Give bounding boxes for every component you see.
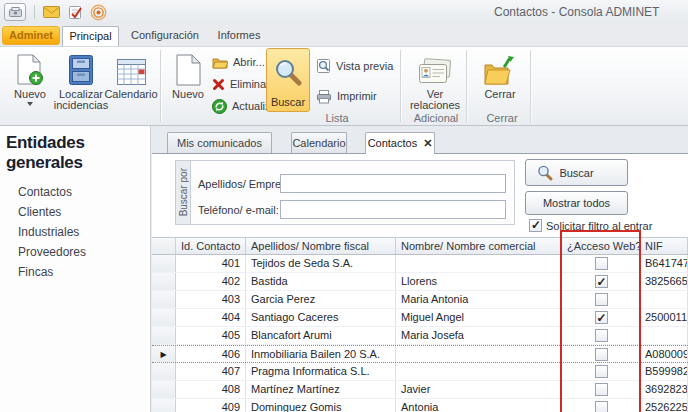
acceso-web-checkbox[interactable]	[595, 348, 608, 361]
mail-icon[interactable]	[43, 6, 60, 18]
header-nombre[interactable]: Nombre/ Nombre comercial	[396, 238, 562, 254]
ver-relaciones-button[interactable]: Ver relaciones	[404, 50, 466, 111]
nuevo-split-button[interactable]: Nuevo	[6, 50, 54, 106]
table-row[interactable]: 407Pragma Informatica S.L.B59998201	[152, 363, 688, 381]
apellidos-empresa-input[interactable]	[280, 174, 506, 193]
cell-apellidos: Martínez Martínez	[246, 381, 396, 398]
lista-nuevo-label: Nuevo	[172, 89, 204, 100]
imprimir-label: Imprimir	[337, 90, 377, 102]
telefono-email-input[interactable]	[280, 200, 506, 219]
sidebar-item-fincas[interactable]: Fincas	[0, 262, 150, 282]
new-document-icon	[15, 50, 45, 86]
localizar-incidencias-button[interactable]: Localizar incidencias	[55, 50, 107, 111]
table-row[interactable]: 401Tejidos de Seda S.A.B64174758	[152, 255, 688, 273]
group-label-adicional: Adicional	[400, 112, 472, 124]
close-tab-icon[interactable]: ✕	[423, 137, 432, 149]
calendario-button[interactable]: Calendario	[104, 50, 158, 100]
file-cabinet-icon	[67, 50, 95, 86]
tab-informes[interactable]: Informes	[212, 26, 266, 46]
vista-previa-button[interactable]: Vista previa	[316, 57, 393, 75]
telefono-email-label: Teléfono/ e-mail:	[198, 204, 279, 216]
table-row[interactable]: 405Blancafort ArumiMaria Josefa	[152, 327, 688, 345]
tab-principal[interactable]: Principal	[62, 26, 119, 46]
acceso-web-checkbox[interactable]	[595, 365, 608, 378]
acceso-web-checkbox[interactable]	[595, 329, 608, 342]
tab-calendario[interactable]: Calendario	[291, 132, 347, 153]
header-nif[interactable]: NIF	[641, 238, 688, 254]
table-row[interactable]: ▶406Inmobiliaria Bailen 20 S.A.A08000999	[152, 345, 688, 363]
calendario-label: Calendario	[104, 89, 157, 100]
imprimir-button[interactable]: Imprimir	[316, 87, 377, 105]
row-selector: ▶	[152, 346, 176, 362]
sidebar-item-contactos[interactable]: Contactos	[0, 182, 150, 202]
abrir-button[interactable]: Abrir...	[212, 53, 265, 71]
localizar-label: Localizar incidencias	[54, 89, 108, 111]
row-selector	[152, 363, 176, 380]
toolbar-separator	[34, 5, 35, 19]
sidebar-item-clientes[interactable]: Clientes	[0, 202, 150, 222]
table-row[interactable]: 409Dominguez GomisAntonia25262253L	[152, 399, 688, 412]
cell-acceso-web	[562, 381, 641, 398]
tab-mis-comunicados[interactable]: Mis comunicados activos	[167, 132, 272, 153]
sidebar-item-proveedores[interactable]: Proveedores	[0, 242, 150, 262]
header-acceso-web[interactable]: ¿Acceso Web?	[562, 238, 641, 254]
ver-relaciones-label: Ver relaciones	[404, 89, 466, 111]
solicitar-filtro-label: Solicitar filtro al entrar	[546, 220, 652, 232]
cell-nombre	[396, 363, 562, 380]
eliminar-button[interactable]: Eliminar	[212, 75, 270, 93]
eliminar-label: Eliminar	[230, 78, 270, 90]
acceso-web-checkbox[interactable]	[595, 311, 608, 324]
acceso-web-checkbox[interactable]	[595, 383, 608, 396]
header-id-contacto[interactable]: Id. Contacto	[176, 238, 246, 254]
acceso-web-checkbox[interactable]	[595, 401, 608, 412]
tab-configuracion[interactable]: Configuración	[128, 26, 202, 46]
tasks-icon[interactable]	[68, 5, 82, 20]
cell-id-contacto: 402	[176, 273, 246, 290]
sidebar: Entidades generales Contactos Clientes I…	[0, 126, 151, 412]
mostrar-todos-button[interactable]: Mostrar todos	[525, 191, 628, 215]
app-menu-button[interactable]: Adminet	[2, 26, 60, 45]
table-row[interactable]: 404Santiago CaceresMiguel Angel25000111P	[152, 309, 688, 327]
sidebar-item-industriales[interactable]: Industriales	[0, 222, 150, 242]
table-row[interactable]: 402BastidaLlorens38256652Q	[152, 273, 688, 291]
cell-nombre: Maria Josefa	[396, 327, 562, 344]
acceso-web-checkbox[interactable]	[595, 275, 608, 288]
chevron-down-icon	[27, 102, 33, 106]
acceso-web-checkbox[interactable]	[595, 293, 608, 306]
row-selector	[152, 381, 176, 398]
table-row[interactable]: 403Garcia PerezMaria Antonia	[152, 291, 688, 309]
row-selector	[152, 291, 176, 308]
cell-nombre: Llorens	[396, 273, 562, 290]
table-row[interactable]: 408Martínez MartínezJavier36928230M	[152, 381, 688, 399]
cell-acceso-web	[562, 309, 641, 326]
cell-acceso-web	[562, 327, 641, 344]
mostrar-todos-label: Mostrar todos	[543, 197, 610, 209]
cell-apellidos: Blancafort Arumi	[246, 327, 396, 344]
cell-nif	[641, 291, 688, 308]
solicitar-filtro-checkbox[interactable]	[529, 219, 542, 232]
search-icon	[537, 165, 553, 181]
broadcast-icon[interactable]	[90, 4, 107, 21]
open-folder-icon	[212, 56, 228, 69]
cell-apellidos: Tejidos de Seda S.A.	[246, 255, 396, 272]
cell-acceso-web	[562, 399, 641, 412]
app-icon[interactable]	[4, 3, 26, 21]
buscar-ribbon-button[interactable]: Buscar	[266, 48, 310, 112]
row-selector	[152, 327, 176, 344]
lista-nuevo-button[interactable]: Nuevo	[166, 50, 210, 100]
cell-nombre: Maria Antonia	[396, 291, 562, 308]
cell-acceso-web	[562, 346, 641, 362]
tab-contactos[interactable]: Contactos✕	[365, 132, 435, 154]
cell-nif: 25262253L	[641, 399, 688, 412]
cell-id-contacto: 403	[176, 291, 246, 308]
cerrar-label: Cerrar	[484, 89, 515, 100]
header-apellidos[interactable]: Apellidos/ Nombre fiscal	[246, 238, 396, 254]
cell-acceso-web	[562, 255, 641, 272]
row-selector	[152, 399, 176, 412]
buscar-por-groupbox: Buscar por Apellidos/ Empresa: Teléfono/…	[175, 160, 515, 225]
buscar-button[interactable]: Buscar	[525, 159, 628, 186]
cerrar-button[interactable]: Cerrar	[472, 50, 528, 100]
cell-id-contacto: 406	[176, 346, 246, 362]
contacts-grid: Id. Contacto Apellidos/ Nombre fiscal No…	[152, 237, 688, 412]
acceso-web-checkbox[interactable]	[595, 257, 608, 270]
